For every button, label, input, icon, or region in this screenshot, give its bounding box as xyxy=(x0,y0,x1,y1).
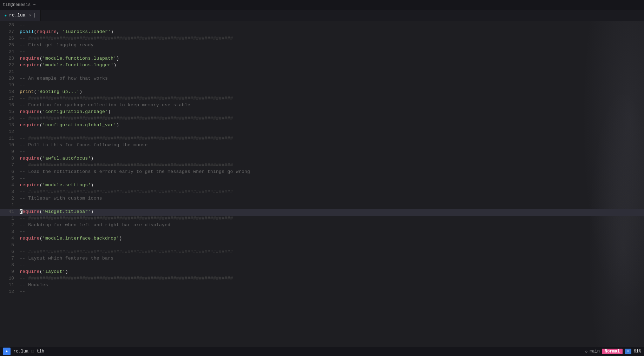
code-line: 5 -- xyxy=(0,176,644,182)
code-line: 2 -- Titlebar with custom icons xyxy=(0,196,644,202)
code-line: 10 -- ##################################… xyxy=(0,276,644,282)
status-indicator: ● xyxy=(3,348,11,355)
code-line: 15 require('configuration.garbage') xyxy=(0,109,644,116)
status-separator1: □ xyxy=(31,349,34,354)
code-line-current: 41 require('widget.titlebar') xyxy=(0,209,644,216)
tab-close-icon[interactable]: ✕ xyxy=(29,13,32,18)
status-diamond-icon: ◇ xyxy=(585,349,587,354)
tab-cursor: | xyxy=(33,13,36,18)
status-mode-badge: Normal xyxy=(602,349,623,354)
titlebar: tlh@nemesis ~ xyxy=(0,0,644,10)
code-line: 13 require('configuration.global_var') xyxy=(0,122,644,129)
status-username: tlh xyxy=(37,349,44,354)
code-line: 1 -- xyxy=(0,202,644,209)
code-line: 2 -- Backdrop for when left and right ba… xyxy=(0,222,644,229)
code-line: 22 require('module.functions.logger') xyxy=(0,62,644,69)
code-line: 11 -- Modules xyxy=(0,282,644,289)
code-line: 7 -- ###################################… xyxy=(0,162,644,169)
code-line: 8 require('awful.autofocus') xyxy=(0,156,644,162)
code-line: 8 -- xyxy=(0,262,644,269)
code-line: 24 -- xyxy=(0,49,644,56)
code-line: 3 -- ###################################… xyxy=(0,189,644,196)
status-left: ● rc.lua □ tlh xyxy=(3,348,44,355)
statusbar: ● rc.lua □ tlh ◇ main Normal ≡ 61% xyxy=(0,347,644,356)
code-line: 6 -- Load the notifications & errors ear… xyxy=(0,169,644,176)
code-line: 18 print('Booting up...') xyxy=(0,89,644,96)
code-line: 23 require('module.functions.luapath') xyxy=(0,56,644,62)
code-line: 12 -- xyxy=(0,289,644,296)
code-line: 16 -- Function for garbage collection to… xyxy=(0,102,644,109)
code-line: 5 xyxy=(0,242,644,249)
code-line: 25 -- First get logging ready xyxy=(0,42,644,49)
code-line: 12 xyxy=(0,129,644,136)
code-line: 9 -- xyxy=(0,149,644,156)
code-line: 4 require('module.interface.backdrop') xyxy=(0,236,644,242)
tab-file-icon: ✦ xyxy=(4,13,7,18)
tabbar: ✦ rc.lua ✕ | xyxy=(0,10,644,21)
status-lines-badge: ≡ xyxy=(625,349,631,354)
code-line: 11 -- ##################################… xyxy=(0,136,644,142)
editor: 28 -- 27 pcall(require, 'luarocks.loader… xyxy=(0,21,644,347)
app: tlh@nemesis ~ ✦ rc.lua ✕ | 28 -- 27 pcal… xyxy=(0,0,644,356)
status-right: ◇ main Normal ≡ 61% xyxy=(585,349,641,354)
code-line: 14 -- ##################################… xyxy=(0,116,644,122)
code-line: 20 -- An example of how that works xyxy=(0,76,644,82)
code-line: 19 -- xyxy=(0,82,644,89)
status-percent: 61% xyxy=(633,349,641,354)
code-line: 21 xyxy=(0,69,644,76)
code-line: 10 -- Pull in this for focus following t… xyxy=(0,142,644,149)
code-line: 1 -- ###################################… xyxy=(0,216,644,222)
code-line: 6 -- ###################################… xyxy=(0,249,644,256)
code-line: 4 require('module.settings') xyxy=(0,182,644,189)
code-line: 9 require('layout') xyxy=(0,269,644,276)
code-line: 28 -- xyxy=(0,22,644,29)
code-line: 27 pcall(require, 'luarocks.loader') xyxy=(0,29,644,36)
code-line: 26 -- ##################################… xyxy=(0,36,644,42)
status-filename: rc.lua xyxy=(13,349,28,354)
titlebar-text: tlh@nemesis ~ xyxy=(3,2,36,7)
code-line: 7 -- Layout which features the bars xyxy=(0,256,644,262)
code-line: 3 -- xyxy=(0,229,644,236)
tab-label: rc.lua xyxy=(9,13,26,18)
tab-rc-lua[interactable]: ✦ rc.lua ✕ | xyxy=(0,10,41,21)
code-line: 17 -- ##################################… xyxy=(0,96,644,102)
status-branch: main xyxy=(590,349,600,354)
